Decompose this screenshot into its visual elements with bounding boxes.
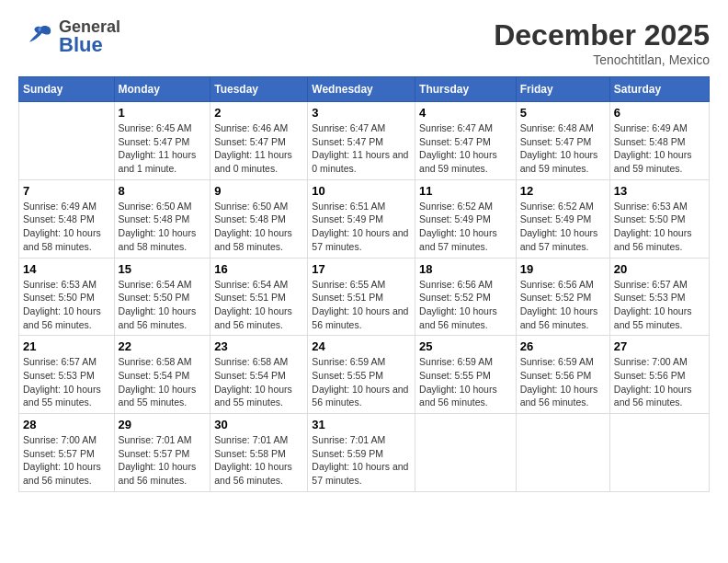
day-number: 10 — [312, 184, 411, 198]
day-number: 15 — [119, 262, 207, 276]
calendar-header-row: SundayMondayTuesdayWednesdayThursdayFrid… — [19, 77, 710, 102]
calendar-cell: 13Sunrise: 6:53 AMSunset: 5:50 PMDayligh… — [609, 179, 709, 258]
day-number: 17 — [312, 262, 411, 276]
cell-content: Sunrise: 6:52 AMSunset: 5:49 PMDaylight:… — [419, 200, 512, 254]
calendar-cell: 26Sunrise: 6:59 AMSunset: 5:56 PMDayligh… — [516, 336, 609, 414]
calendar-cell — [415, 414, 517, 492]
cell-content: Sunrise: 6:53 AMSunset: 5:50 PMDaylight:… — [23, 278, 110, 332]
day-number: 5 — [520, 106, 606, 120]
calendar-cell: 18Sunrise: 6:56 AMSunset: 5:52 PMDayligh… — [415, 258, 517, 336]
cell-content: Sunrise: 6:54 AMSunset: 5:51 PMDaylight:… — [214, 278, 303, 332]
calendar-cell: 29Sunrise: 7:01 AMSunset: 5:57 PMDayligh… — [114, 414, 210, 492]
cell-content: Sunrise: 6:56 AMSunset: 5:52 PMDaylight:… — [419, 278, 512, 332]
calendar-cell: 19Sunrise: 6:56 AMSunset: 5:52 PMDayligh… — [516, 258, 609, 336]
logo: General Blue — [18, 18, 120, 55]
cell-content: Sunrise: 6:58 AMSunset: 5:54 PMDaylight:… — [119, 355, 207, 409]
calendar-cell — [516, 414, 609, 492]
cell-content: Sunrise: 6:56 AMSunset: 5:52 PMDaylight:… — [520, 278, 606, 332]
day-number: 27 — [614, 339, 705, 353]
cell-content: Sunrise: 6:59 AMSunset: 5:56 PMDaylight:… — [520, 355, 606, 409]
cell-content: Sunrise: 6:50 AMSunset: 5:48 PMDaylight:… — [214, 200, 303, 254]
day-number: 11 — [419, 184, 512, 198]
cell-content: Sunrise: 7:00 AMSunset: 5:56 PMDaylight:… — [614, 355, 705, 409]
day-number: 26 — [520, 339, 606, 353]
cell-content: Sunrise: 6:49 AMSunset: 5:48 PMDaylight:… — [23, 200, 110, 254]
logo-icon — [18, 18, 55, 55]
cell-content: Sunrise: 6:55 AMSunset: 5:51 PMDaylight:… — [312, 278, 411, 332]
header-day-wednesday: Wednesday — [308, 77, 415, 102]
cell-content: Sunrise: 6:52 AMSunset: 5:49 PMDaylight:… — [520, 200, 606, 254]
logo-blue: Blue — [59, 35, 120, 55]
calendar-cell: 30Sunrise: 7:01 AMSunset: 5:58 PMDayligh… — [210, 414, 308, 492]
header-day-monday: Monday — [114, 77, 210, 102]
day-number: 24 — [312, 339, 411, 353]
day-number: 22 — [119, 339, 207, 353]
calendar-cell: 24Sunrise: 6:59 AMSunset: 5:55 PMDayligh… — [308, 336, 415, 414]
day-number: 18 — [419, 262, 512, 276]
day-number: 13 — [614, 184, 705, 198]
cell-content: Sunrise: 7:01 AMSunset: 5:59 PMDaylight:… — [312, 433, 411, 488]
calendar-cell: 23Sunrise: 6:58 AMSunset: 5:54 PMDayligh… — [210, 336, 308, 414]
title-block: December 2025 Tenochtitlan, Mexico — [494, 18, 710, 67]
calendar-cell — [609, 414, 709, 492]
calendar-cell: 5Sunrise: 6:48 AMSunset: 5:47 PMDaylight… — [516, 102, 609, 180]
cell-content: Sunrise: 6:54 AMSunset: 5:50 PMDaylight:… — [119, 278, 207, 332]
cell-content: Sunrise: 6:45 AMSunset: 5:47 PMDaylight:… — [119, 121, 207, 176]
calendar-table: SundayMondayTuesdayWednesdayThursdayFrid… — [18, 76, 710, 492]
calendar-cell: 6Sunrise: 6:49 AMSunset: 5:48 PMDaylight… — [609, 102, 709, 180]
calendar-cell: 11Sunrise: 6:52 AMSunset: 5:49 PMDayligh… — [415, 179, 517, 258]
header-day-thursday: Thursday — [415, 77, 517, 102]
cell-content: Sunrise: 6:51 AMSunset: 5:49 PMDaylight:… — [312, 200, 411, 254]
day-number: 16 — [214, 262, 303, 276]
calendar-cell: 17Sunrise: 6:55 AMSunset: 5:51 PMDayligh… — [308, 258, 415, 336]
calendar-cell: 31Sunrise: 7:01 AMSunset: 5:59 PMDayligh… — [308, 414, 415, 492]
cell-content: Sunrise: 6:47 AMSunset: 5:47 PMDaylight:… — [419, 121, 512, 176]
cell-content: Sunrise: 7:01 AMSunset: 5:57 PMDaylight:… — [119, 433, 207, 488]
day-number: 6 — [614, 106, 705, 120]
cell-content: Sunrise: 6:46 AMSunset: 5:47 PMDaylight:… — [214, 121, 303, 176]
header-day-friday: Friday — [516, 77, 609, 102]
day-number: 7 — [23, 184, 110, 198]
cell-content: Sunrise: 6:47 AMSunset: 5:47 PMDaylight:… — [312, 121, 411, 176]
day-number: 30 — [214, 418, 303, 431]
day-number: 19 — [520, 262, 606, 276]
day-number: 29 — [119, 418, 207, 431]
day-number: 20 — [614, 262, 705, 276]
calendar-week-row: 21Sunrise: 6:57 AMSunset: 5:53 PMDayligh… — [19, 336, 710, 414]
calendar-cell: 22Sunrise: 6:58 AMSunset: 5:54 PMDayligh… — [114, 336, 210, 414]
calendar-cell: 27Sunrise: 7:00 AMSunset: 5:56 PMDayligh… — [609, 336, 709, 414]
cell-content: Sunrise: 6:49 AMSunset: 5:48 PMDaylight:… — [614, 121, 705, 176]
cell-content: Sunrise: 6:59 AMSunset: 5:55 PMDaylight:… — [312, 355, 411, 409]
calendar-cell: 2Sunrise: 6:46 AMSunset: 5:47 PMDaylight… — [210, 102, 308, 180]
cell-content: Sunrise: 6:50 AMSunset: 5:48 PMDaylight:… — [119, 200, 207, 254]
calendar-week-row: 1Sunrise: 6:45 AMSunset: 5:47 PMDaylight… — [19, 102, 710, 180]
header-day-tuesday: Tuesday — [210, 77, 308, 102]
header-day-saturday: Saturday — [609, 77, 709, 102]
day-number: 31 — [312, 418, 411, 431]
day-number: 2 — [214, 106, 303, 120]
calendar-cell: 20Sunrise: 6:57 AMSunset: 5:53 PMDayligh… — [609, 258, 709, 336]
calendar-cell: 14Sunrise: 6:53 AMSunset: 5:50 PMDayligh… — [19, 258, 115, 336]
calendar-cell: 3Sunrise: 6:47 AMSunset: 5:47 PMDaylight… — [308, 102, 415, 180]
calendar-week-row: 28Sunrise: 7:00 AMSunset: 5:57 PMDayligh… — [19, 414, 710, 492]
logo-text: General Blue — [59, 18, 120, 55]
day-number: 28 — [23, 418, 110, 431]
day-number: 1 — [119, 106, 207, 120]
day-number: 12 — [520, 184, 606, 198]
calendar-week-row: 7Sunrise: 6:49 AMSunset: 5:48 PMDaylight… — [19, 179, 710, 258]
calendar-cell: 15Sunrise: 6:54 AMSunset: 5:50 PMDayligh… — [114, 258, 210, 336]
cell-content: Sunrise: 6:58 AMSunset: 5:54 PMDaylight:… — [214, 355, 303, 409]
calendar-cell: 12Sunrise: 6:52 AMSunset: 5:49 PMDayligh… — [516, 179, 609, 258]
location: Tenochtitlan, Mexico — [494, 52, 710, 67]
cell-content: Sunrise: 6:57 AMSunset: 5:53 PMDaylight:… — [23, 355, 110, 409]
calendar-cell: 8Sunrise: 6:50 AMSunset: 5:48 PMDaylight… — [114, 179, 210, 258]
calendar-cell: 16Sunrise: 6:54 AMSunset: 5:51 PMDayligh… — [210, 258, 308, 336]
calendar-cell — [19, 102, 115, 180]
calendar-cell: 9Sunrise: 6:50 AMSunset: 5:48 PMDaylight… — [210, 179, 308, 258]
day-number: 14 — [23, 262, 110, 276]
calendar-cell: 28Sunrise: 7:00 AMSunset: 5:57 PMDayligh… — [19, 414, 115, 492]
day-number: 23 — [214, 339, 303, 353]
cell-content: Sunrise: 6:48 AMSunset: 5:47 PMDaylight:… — [520, 121, 606, 176]
day-number: 9 — [214, 184, 303, 198]
day-number: 25 — [419, 339, 512, 353]
